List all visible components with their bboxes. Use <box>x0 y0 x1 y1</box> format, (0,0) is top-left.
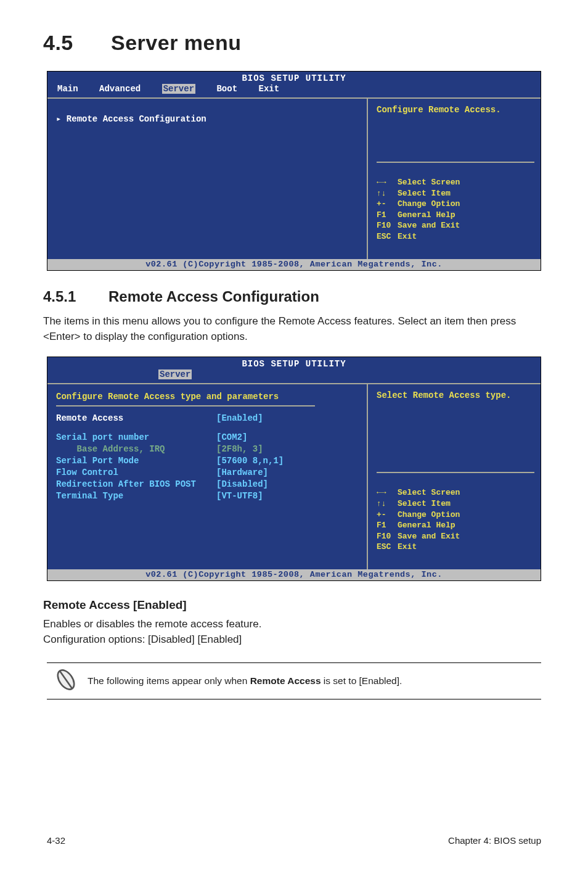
bios-key-legend: ←→Select Screen ↑↓Select Item +-Change O… <box>377 162 534 253</box>
key2-esc-desc: Exit <box>398 542 417 551</box>
section-number: 4.5 <box>43 31 111 55</box>
key-ud-desc: Select Item <box>398 189 451 198</box>
bios2-right-pane: Select Remote Access type. ←→Select Scre… <box>368 384 541 569</box>
menu-server[interactable]: Server <box>162 84 195 94</box>
opt-ba-val: [2F8h, 3] <box>216 444 263 454</box>
note-suffix: is set to [Enabled]. <box>321 675 402 686</box>
note-bold: Remote Access <box>250 675 321 686</box>
opt-remote-access[interactable]: Remote Access[Enabled] <box>56 413 358 424</box>
key-pm: +- <box>377 199 398 210</box>
opt-tt-label: Terminal Type <box>56 490 216 502</box>
menu-main[interactable]: Main <box>57 84 78 94</box>
key-esc-desc: Exit <box>398 232 417 241</box>
menu-exit[interactable]: Exit <box>258 84 279 94</box>
key2-f10: F10 <box>377 531 398 542</box>
opt-rb-label: Redirection After BIOS POST <box>56 479 216 490</box>
opt-flow-control[interactable]: Flow Control[Hardware] <box>56 467 358 479</box>
opt-spm-val: [57600 8,n,1] <box>216 456 284 466</box>
subsection-451-name: Remote Access Configuration <box>108 288 319 305</box>
menu-advanced[interactable]: Advanced <box>99 84 141 94</box>
bios-title: BIOS SETUP UTILITY <box>47 72 541 83</box>
page-number: 4-32 <box>47 835 65 846</box>
bios-copyright: v02.61 (C)Copyright 1985-2008, American … <box>47 259 541 270</box>
option-desc-line2: Configuration options: [Disabled] [Enabl… <box>43 633 242 645</box>
submenu-arrow-icon: ▸ <box>56 114 67 124</box>
opt-tt-val: [VT-UTF8] <box>216 491 263 501</box>
opt-fc-val: [Hardware] <box>216 468 268 477</box>
section-title: 4.5Server menu <box>43 31 545 55</box>
chapter-label: Chapter 4: BIOS setup <box>448 835 541 846</box>
submenu-remote-access-config[interactable]: ▸ Remote Access Configuration <box>56 113 358 124</box>
note-text: The following items appear only when Rem… <box>85 668 408 694</box>
key-f1: F1 <box>377 210 398 221</box>
note-box: The following items appear only when Rem… <box>47 662 541 699</box>
opt-rb-val: [Disabled] <box>216 479 268 489</box>
bios2-title: BIOS SETUP UTILITY <box>47 357 541 369</box>
section-name: Server menu <box>111 31 242 54</box>
key2-f10-desc: Save and Exit <box>398 532 460 541</box>
key2-f1-desc: General Help <box>398 521 455 530</box>
bios-right-pane: Configure Remote Access. ←→Select Screen… <box>368 99 541 259</box>
bios-help-text: Configure Remote Access. <box>377 105 534 130</box>
key2-ud-desc: Select Item <box>398 499 451 508</box>
key-f1-desc: General Help <box>398 210 455 220</box>
page-footer: 4-32 Chapter 4: BIOS setup <box>43 835 545 846</box>
note-prefix: The following items appear only when <box>88 675 250 686</box>
key-esc: ESC <box>377 231 398 242</box>
opt-spm-label: Serial Port Mode <box>56 455 216 467</box>
subsection-451-title: 4.5.1Remote Access Configuration <box>43 288 545 305</box>
opt-redirection-after-post[interactable]: Redirection After BIOS POST[Disabled] <box>56 479 358 490</box>
opt-fc-label: Flow Control <box>56 467 216 479</box>
bios2-copyright: v02.61 (C)Copyright 1985-2008, American … <box>47 569 541 580</box>
opt-terminal-type[interactable]: Terminal Type[VT-UTF8] <box>56 490 358 502</box>
key2-pm-desc: Change Option <box>398 510 460 519</box>
opt-ba-label: Base Address, IRQ <box>56 444 216 455</box>
bios-menubar: Main Advanced Server Boot Exit <box>47 83 541 97</box>
note-pencil-icon <box>47 663 85 699</box>
opt-spn-val: [COM2] <box>216 432 247 442</box>
key-f10: F10 <box>377 220 398 231</box>
option-remote-access-desc: Enables or disables the remote access fe… <box>43 617 545 647</box>
key2-f1: F1 <box>377 520 398 531</box>
opt-remote-access-val: [Enabled] <box>216 413 263 423</box>
key2-lr: ←→ <box>377 487 398 498</box>
bios2-menubar: Server <box>47 369 541 383</box>
bios-left-pane: ▸ Remote Access Configuration <box>47 99 368 259</box>
key2-esc: ESC <box>377 542 398 553</box>
bios-screen-server-menu: BIOS SETUP UTILITY Main Advanced Server … <box>47 71 541 271</box>
key-lr-desc: Select Screen <box>398 178 460 187</box>
opt-remote-access-label: Remote Access <box>56 413 216 424</box>
bios2-help-text: Select Remote Access type. <box>377 390 534 415</box>
key2-pm: +- <box>377 510 398 521</box>
subsection-451-num: 4.5.1 <box>43 288 108 305</box>
key-f10-desc: Save and Exit <box>398 221 460 230</box>
key-lr: ←→ <box>377 177 398 188</box>
bios2-heading: Configure Remote Access type and paramet… <box>56 392 358 402</box>
menu-boot[interactable]: Boot <box>216 84 237 94</box>
bios-screen-remote-access: BIOS SETUP UTILITY Server Configure Remo… <box>47 357 541 581</box>
option-desc-line1: Enables or disables the remote access fe… <box>43 618 261 630</box>
bios2-tab-server[interactable]: Server <box>158 369 192 379</box>
opt-spn-label: Serial port number <box>56 432 216 444</box>
bios2-key-legend: ←→Select Screen ↑↓Select Item +-Change O… <box>377 472 534 563</box>
key-ud: ↑↓ <box>377 188 398 199</box>
key-pm-desc: Change Option <box>398 199 460 208</box>
opt-serial-port-mode[interactable]: Serial Port Mode[57600 8,n,1] <box>56 455 358 467</box>
bios2-left-pane: Configure Remote Access type and paramet… <box>47 384 368 569</box>
submenu-label: Remote Access Configuration <box>67 114 206 124</box>
key2-lr-desc: Select Screen <box>398 488 460 497</box>
bios2-divider <box>56 405 315 406</box>
opt-serial-port-number[interactable]: Serial port number[COM2] <box>56 432 358 444</box>
opt-base-address: Base Address, IRQ[2F8h, 3] <box>56 444 358 455</box>
subsection-451-text: The items in this menu allows you to con… <box>43 314 545 344</box>
option-remote-access-title: Remote Access [Enabled] <box>43 598 545 612</box>
key2-ud: ↑↓ <box>377 498 398 510</box>
